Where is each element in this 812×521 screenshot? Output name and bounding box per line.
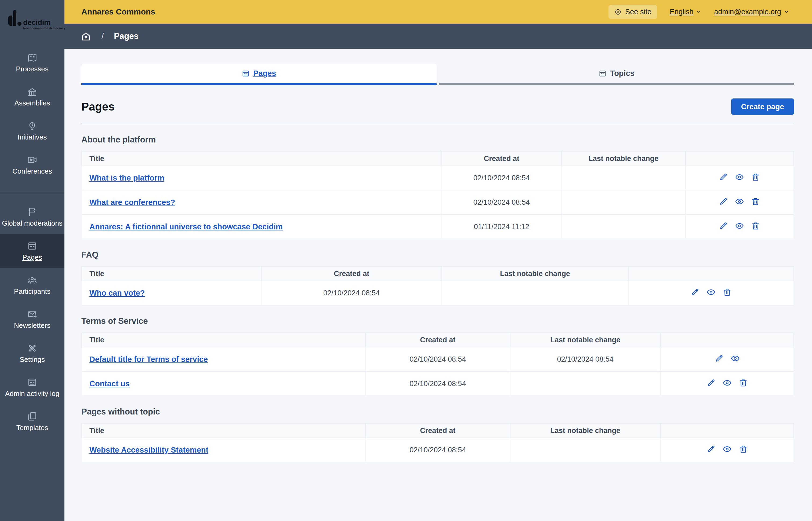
delete-button[interactable] — [739, 445, 748, 454]
pencil-icon — [719, 221, 728, 230]
map-icon — [27, 52, 37, 63]
sidebar-divider — [0, 192, 64, 194]
column-header: Last notable change — [562, 151, 686, 166]
actions-cell — [661, 347, 794, 372]
table-row: What are conferences?02/10/2024 08:54 — [81, 190, 794, 215]
organization-title: Annares Commons — [81, 7, 155, 16]
pencil-icon — [706, 445, 715, 454]
sidebar-item-global-moderations[interactable]: Global moderations — [0, 200, 64, 234]
pages-section: FAQ TitleCreated atLast notable change W… — [81, 250, 794, 305]
article-icon — [242, 69, 250, 77]
pencil-icon — [719, 197, 728, 206]
edit-button[interactable] — [706, 445, 715, 454]
delete-button[interactable] — [751, 173, 760, 182]
video-camera-icon — [27, 155, 37, 165]
preview-button[interactable] — [723, 445, 732, 454]
create-page-button[interactable]: Create page — [731, 98, 794, 115]
preview-button[interactable] — [731, 354, 740, 363]
decidim-logo[interactable]: decidim free open-source democracy — [0, 0, 64, 45]
page-title-link[interactable]: What is the platform — [89, 174, 164, 182]
user-menu[interactable]: admin@example.org — [714, 8, 789, 16]
language-menu[interactable]: English — [670, 8, 702, 16]
column-header: Title — [81, 333, 366, 347]
pages-table: TitleCreated atLast notable change What … — [81, 151, 794, 239]
sidebar-item-admin-activity-log[interactable]: Admin activity log — [0, 370, 64, 404]
eye-icon — [735, 197, 744, 206]
page-title-link[interactable]: Contact us — [89, 379, 130, 388]
see-site-button[interactable]: See site — [608, 5, 657, 19]
chevron-down-icon — [784, 9, 789, 15]
sidebar-item-processes[interactable]: Processes — [0, 46, 64, 80]
logo-tagline: free open-source democracy — [23, 27, 65, 30]
edit-button[interactable] — [714, 354, 724, 363]
people-icon — [27, 275, 37, 285]
sidebar-item-templates[interactable]: Templates — [0, 404, 64, 438]
trash-icon — [751, 197, 760, 206]
preview-button[interactable] — [706, 288, 715, 297]
section-heading: Terms of Service — [81, 316, 794, 326]
section-heading: Pages without topic — [81, 407, 794, 417]
edit-button[interactable] — [690, 288, 700, 297]
sidebar-item-initiatives[interactable]: Initiatives — [0, 114, 64, 148]
breadcrumb-separator: / — [102, 32, 104, 41]
tab-pages[interactable]: Pages — [81, 64, 436, 85]
column-header-actions — [686, 151, 794, 166]
home-icon[interactable] — [81, 31, 91, 42]
page-title-link[interactable]: What are conferences? — [89, 198, 175, 207]
column-header: Last notable change — [510, 333, 661, 347]
flag-icon — [27, 207, 37, 217]
delete-button[interactable] — [739, 378, 748, 387]
sidebar-item-newsletters[interactable]: Newsletters — [0, 302, 64, 336]
delete-button[interactable] — [751, 221, 760, 230]
trash-icon — [739, 445, 748, 454]
topbar-actions: See site English admin@example.org — [608, 5, 789, 19]
column-header: Created at — [261, 266, 442, 281]
delete-button[interactable] — [723, 288, 732, 297]
table-header-row: TitleCreated atLast notable change — [81, 333, 794, 347]
created-at-cell: 02/10/2024 08:54 — [366, 438, 510, 462]
trash-icon — [723, 288, 732, 297]
trash-icon — [739, 378, 748, 387]
actions-cell — [661, 372, 794, 396]
eye-icon — [735, 173, 744, 182]
last-change-cell — [442, 281, 628, 305]
logo-mark — [8, 16, 12, 26]
actions-cell — [628, 281, 794, 305]
created-at-cell: 01/11/2024 11:12 — [442, 215, 562, 239]
edit-button[interactable] — [719, 173, 728, 182]
column-header: Last notable change — [510, 423, 661, 438]
target-icon — [614, 8, 622, 16]
table-row: What is the platform02/10/2024 08:54 — [81, 166, 794, 190]
sidebar-item-settings[interactable]: Settings — [0, 336, 64, 370]
delete-button[interactable] — [751, 197, 760, 206]
building-icon — [27, 87, 37, 97]
page-title-link[interactable]: Who can vote? — [89, 289, 145, 297]
preview-button[interactable] — [723, 378, 732, 387]
table-header-row: TitleCreated atLast notable change — [81, 423, 794, 438]
page-title-link[interactable]: Annares: A fictionnal universe to showca… — [89, 222, 283, 231]
table-row: Website Accessibility Statement02/10/202… — [81, 438, 794, 462]
trash-icon — [751, 221, 760, 230]
column-header-actions — [661, 423, 794, 438]
page-title-link[interactable]: Default title for Terms of service — [89, 355, 208, 364]
preview-button[interactable] — [735, 221, 744, 230]
tab-topics[interactable]: Topics — [439, 64, 794, 85]
pages-section: Pages without topic TitleCreated atLast … — [81, 407, 794, 462]
eye-icon — [731, 354, 740, 363]
sidebar-item-conferences[interactable]: Conferences — [0, 148, 64, 182]
breadcrumb-current: Pages — [114, 31, 138, 41]
sidebar-item-assemblies[interactable]: Assemblies — [0, 80, 64, 114]
preview-button[interactable] — [735, 197, 744, 206]
edit-button[interactable] — [719, 221, 728, 230]
last-change-cell — [562, 215, 686, 239]
sidebar-item-pages[interactable]: Pages — [0, 234, 64, 268]
admin-sidebar: decidim free open-source democracy Proce… — [0, 0, 64, 521]
sidebar-nav: Processes Assemblies Initiatives Confere… — [0, 46, 64, 438]
preview-button[interactable] — [735, 173, 744, 182]
page-title-link[interactable]: Website Accessibility Statement — [89, 446, 208, 454]
sidebar-item-participants[interactable]: Participants — [0, 268, 64, 302]
page-header: Pages Create page — [81, 98, 794, 115]
edit-button[interactable] — [719, 197, 728, 206]
edit-button[interactable] — [706, 378, 715, 387]
tab-bar: Pages Topics — [81, 64, 794, 85]
